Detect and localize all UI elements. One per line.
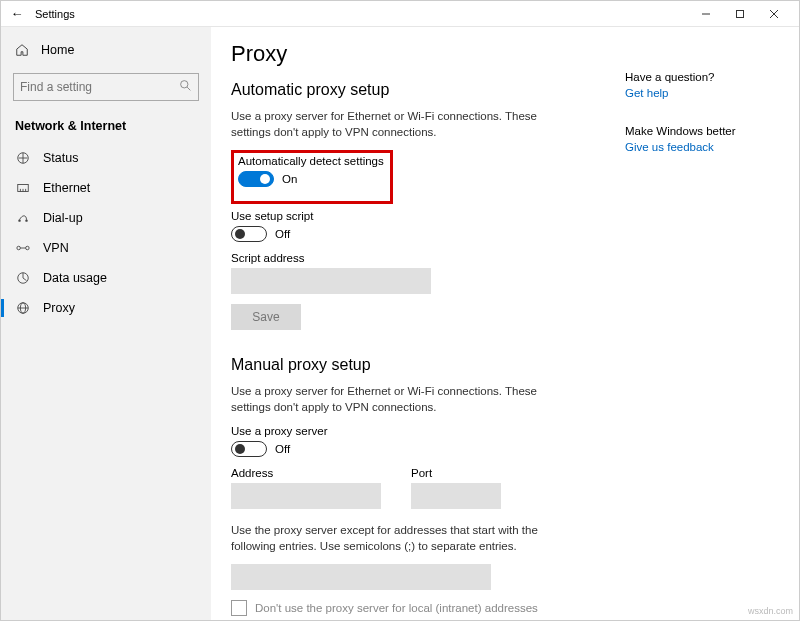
address-input[interactable] — [231, 483, 381, 509]
vpn-icon — [15, 243, 31, 253]
sidebar-item-status[interactable]: Status — [7, 143, 205, 173]
detect-toggle[interactable] — [238, 171, 274, 187]
proxy-icon — [15, 301, 31, 315]
use-proxy-toggle[interactable] — [231, 441, 267, 457]
highlight-box: Automatically detect settings On — [231, 150, 393, 204]
feedback-heading: Make Windows better — [625, 125, 775, 137]
auto-save-button[interactable]: Save — [231, 304, 301, 330]
svg-point-13 — [25, 219, 27, 221]
svg-line-5 — [187, 87, 190, 90]
right-column: Have a question? Get help Make Windows b… — [625, 71, 775, 179]
port-input[interactable] — [411, 483, 501, 509]
sidebar-item-label: Status — [43, 151, 78, 165]
watermark: wsxdn.com — [748, 606, 793, 616]
back-button[interactable]: ← — [9, 6, 25, 21]
ethernet-icon — [15, 181, 31, 195]
maximize-button[interactable] — [723, 1, 757, 27]
sidebar-section-header: Network & Internet — [7, 115, 205, 143]
sidebar-item-label: Ethernet — [43, 181, 90, 195]
search-icon — [179, 79, 192, 95]
question-heading: Have a question? — [625, 71, 775, 83]
sidebar-item-label: Proxy — [43, 301, 75, 315]
svg-point-15 — [26, 246, 30, 250]
sidebar-item-label: VPN — [43, 241, 69, 255]
detect-state: On — [282, 173, 297, 185]
detect-label: Automatically detect settings — [238, 155, 384, 167]
address-label: Address — [231, 467, 381, 479]
sidebar-home-label: Home — [41, 43, 74, 57]
window-controls — [689, 1, 791, 27]
page-title: Proxy — [231, 41, 779, 67]
script-address-input[interactable] — [231, 268, 431, 294]
script-label: Use setup script — [231, 210, 779, 222]
manual-desc: Use a proxy server for Ethernet or Wi-Fi… — [231, 384, 571, 415]
get-help-link[interactable]: Get help — [625, 87, 668, 99]
home-icon — [15, 43, 31, 57]
port-label: Port — [411, 467, 501, 479]
auto-desc: Use a proxy server for Ethernet or Wi-Fi… — [231, 109, 571, 140]
sidebar-item-label: Dial-up — [43, 211, 83, 225]
sidebar-item-dialup[interactable]: Dial-up — [7, 203, 205, 233]
feedback-link[interactable]: Give us feedback — [625, 141, 714, 153]
sidebar-item-label: Data usage — [43, 271, 107, 285]
search-box[interactable] — [13, 73, 199, 101]
sidebar-home[interactable]: Home — [7, 37, 205, 63]
close-button[interactable] — [757, 1, 791, 27]
window-title: Settings — [35, 8, 75, 20]
script-toggle[interactable] — [231, 226, 267, 242]
minimize-button[interactable] — [689, 1, 723, 27]
script-address-label: Script address — [231, 252, 779, 264]
titlebar: ← Settings — [1, 1, 799, 27]
sidebar: Home Network & Internet Status Ethernet … — [1, 27, 211, 620]
bypass-local-checkbox[interactable] — [231, 600, 247, 616]
sidebar-item-ethernet[interactable]: Ethernet — [7, 173, 205, 203]
use-proxy-state: Off — [275, 443, 290, 455]
svg-point-4 — [181, 81, 188, 88]
datausage-icon — [15, 271, 31, 285]
status-icon — [15, 151, 31, 165]
script-state: Off — [275, 228, 290, 240]
use-proxy-label: Use a proxy server — [231, 425, 779, 437]
svg-point-12 — [18, 219, 20, 221]
svg-rect-1 — [737, 10, 744, 17]
bypass-local-label: Don't use the proxy server for local (in… — [255, 602, 538, 614]
dialup-icon — [15, 211, 31, 225]
sidebar-item-datausage[interactable]: Data usage — [7, 263, 205, 293]
search-input[interactable] — [20, 80, 179, 94]
manual-heading: Manual proxy setup — [231, 356, 779, 374]
sidebar-item-vpn[interactable]: VPN — [7, 233, 205, 263]
except-desc: Use the proxy server except for addresse… — [231, 523, 571, 554]
exceptions-input[interactable] — [231, 564, 491, 590]
sidebar-item-proxy[interactable]: Proxy — [7, 293, 205, 323]
svg-point-14 — [17, 246, 21, 250]
